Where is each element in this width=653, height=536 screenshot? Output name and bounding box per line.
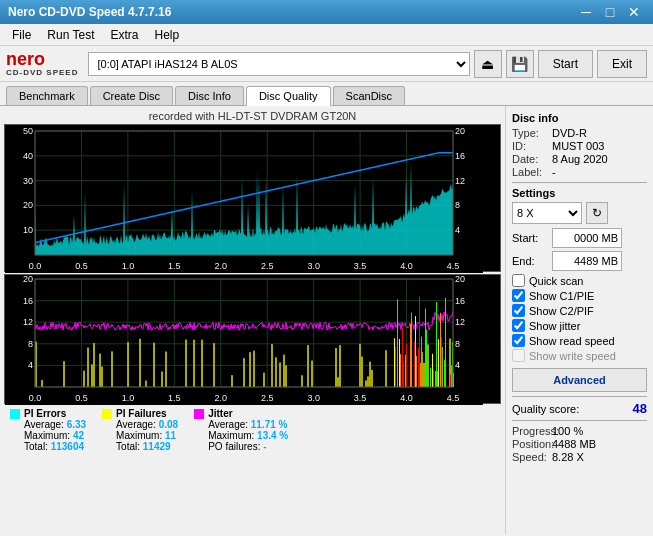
jitter-avg: Average: 11.71 % (208, 419, 288, 430)
save-icon-btn[interactable]: 💾 (506, 50, 534, 78)
legend-pi-failures: PI Failures Average: 0.08 Maximum: 11 To… (102, 408, 178, 452)
tab-disc-info[interactable]: Disc Info (175, 86, 244, 105)
menu-help[interactable]: Help (147, 26, 188, 44)
jitter-label: Jitter (208, 408, 232, 419)
main-content: recorded with HL-DT-ST DVDRAM GT20N PI E… (0, 106, 653, 534)
toolbar: nero CD-DVD SPEED [0:0] ATAPI iHAS124 B … (0, 46, 653, 82)
legend: PI Errors Average: 6.33 Maximum: 42 Tota… (4, 404, 501, 456)
speed-result-value: 8.28 X (552, 451, 584, 463)
progress-value: 100 % (552, 425, 583, 437)
pi-failures-max: Maximum: 11 (116, 430, 178, 441)
id-row: ID: MUST 003 (512, 140, 647, 152)
pi-failures-label: PI Failures (116, 408, 167, 419)
c1pie-row: Show C1/PIE (512, 289, 647, 302)
logo-text: nero (6, 49, 45, 69)
speed-result-label: Speed: (512, 451, 552, 463)
quick-scan-row: Quick scan (512, 274, 647, 287)
disc-info-title: Disc info (512, 112, 647, 124)
divider1 (512, 182, 647, 183)
speed-row: 8 X ↻ (512, 202, 647, 224)
end-input[interactable] (552, 251, 622, 271)
pi-errors-color (10, 409, 20, 419)
minimize-button[interactable]: ─ (575, 3, 597, 21)
legend-jitter: Jitter Average: 11.71 % Maximum: 13.4 % … (194, 408, 288, 452)
date-label: Date: (512, 153, 552, 165)
divider2 (512, 396, 647, 397)
end-row: End: (512, 251, 647, 271)
c2pif-label[interactable]: Show C2/PIF (529, 305, 594, 317)
c1pie-label[interactable]: Show C1/PIE (529, 290, 594, 302)
progress-row: Progress: 100 % (512, 425, 647, 437)
end-label: End: (512, 255, 552, 267)
start-input[interactable] (552, 228, 622, 248)
logo-sub: CD-DVD SPEED (6, 68, 78, 77)
c2pif-checkbox[interactable] (512, 304, 525, 317)
speed-result-row: Speed: 8.28 X (512, 451, 647, 463)
type-value: DVD-R (552, 127, 587, 139)
upper-chart (4, 124, 501, 272)
refresh-button[interactable]: ↻ (586, 202, 608, 224)
id-label: ID: (512, 140, 552, 152)
window-controls: ─ □ ✕ (575, 3, 645, 21)
quick-scan-checkbox[interactable] (512, 274, 525, 287)
c1pie-checkbox[interactable] (512, 289, 525, 302)
position-row: Position: 4488 MB (512, 438, 647, 450)
read-speed-label[interactable]: Show read speed (529, 335, 615, 347)
divider3 (512, 420, 647, 421)
right-panel: Disc info Type: DVD-R ID: MUST 003 Date:… (505, 106, 653, 534)
jitter-color (194, 409, 204, 419)
progress-label: Progress: (512, 425, 552, 437)
tab-scandisc[interactable]: ScanDisc (333, 86, 405, 105)
jitter-max: Maximum: 13.4 % (208, 430, 288, 441)
type-row: Type: DVD-R (512, 127, 647, 139)
jitter-checkbox-label[interactable]: Show jitter (529, 320, 580, 332)
speed-select[interactable]: 8 X (512, 202, 582, 224)
menu-extra[interactable]: Extra (102, 26, 146, 44)
read-speed-checkbox[interactable] (512, 334, 525, 347)
position-label: Position: (512, 438, 552, 450)
pi-failures-total: Total: 11429 (116, 441, 178, 452)
maximize-button[interactable]: □ (599, 3, 621, 21)
close-button[interactable]: ✕ (623, 3, 645, 21)
start-row: Start: (512, 228, 647, 248)
chart-title: recorded with HL-DT-ST DVDRAM GT20N (4, 110, 501, 122)
drive-select[interactable]: [0:0] ATAPI iHAS124 B AL0S (88, 52, 469, 76)
menu-file[interactable]: File (4, 26, 39, 44)
read-speed-row: Show read speed (512, 334, 647, 347)
menu-run-test[interactable]: Run Test (39, 26, 102, 44)
title-bar: Nero CD-DVD Speed 4.7.7.16 ─ □ ✕ (0, 0, 653, 24)
type-label: Type: (512, 127, 552, 139)
c2pif-row: Show C2/PIF (512, 304, 647, 317)
app-title: Nero CD-DVD Speed 4.7.7.16 (8, 5, 171, 19)
label-row: Label: - (512, 166, 647, 178)
write-speed-row: Show write speed (512, 349, 647, 362)
jitter-po: PO failures: - (208, 441, 288, 452)
tab-benchmark[interactable]: Benchmark (6, 86, 88, 105)
advanced-button[interactable]: Advanced (512, 368, 647, 392)
pi-errors-total: Total: 113604 (24, 441, 86, 452)
exit-button[interactable]: Exit (597, 50, 647, 78)
write-speed-label: Show write speed (529, 350, 616, 362)
pi-errors-max: Maximum: 42 (24, 430, 86, 441)
legend-pi-errors: PI Errors Average: 6.33 Maximum: 42 Tota… (10, 408, 86, 452)
quick-scan-label[interactable]: Quick scan (529, 275, 583, 287)
id-value: MUST 003 (552, 140, 604, 152)
write-speed-checkbox[interactable] (512, 349, 525, 362)
eject-icon-btn[interactable]: ⏏ (474, 50, 502, 78)
jitter-checkbox[interactable] (512, 319, 525, 332)
chart-area: recorded with HL-DT-ST DVDRAM GT20N PI E… (0, 106, 505, 534)
date-row: Date: 8 Aug 2020 (512, 153, 647, 165)
pi-failures-color (102, 409, 112, 419)
start-label: Start: (512, 232, 552, 244)
quality-score-value: 48 (633, 401, 647, 416)
start-button[interactable]: Start (538, 50, 593, 78)
quality-score-row: Quality score: 48 (512, 401, 647, 416)
pi-errors-label: PI Errors (24, 408, 66, 419)
pi-errors-avg: Average: 6.33 (24, 419, 86, 430)
menu-bar: File Run Test Extra Help (0, 24, 653, 46)
lower-chart (4, 274, 501, 404)
tab-create-disc[interactable]: Create Disc (90, 86, 173, 105)
label-value: - (552, 166, 556, 178)
settings-title: Settings (512, 187, 647, 199)
tab-disc-quality[interactable]: Disc Quality (246, 86, 331, 106)
